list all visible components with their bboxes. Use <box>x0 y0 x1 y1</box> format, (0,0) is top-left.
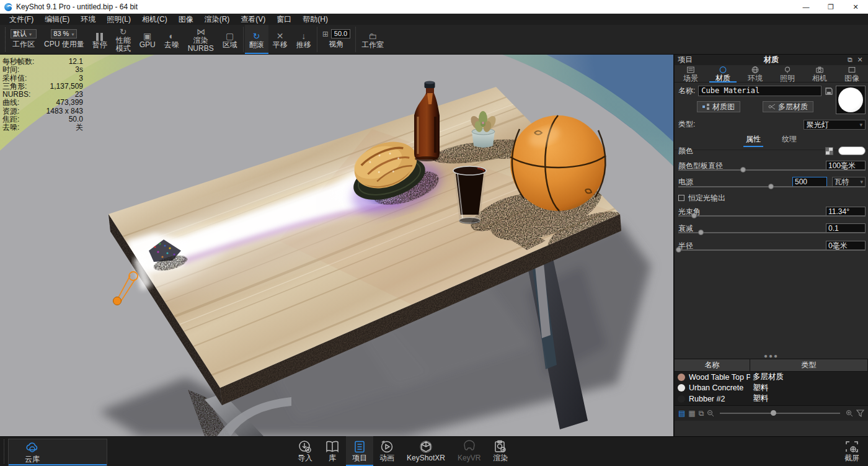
studio-clapper-icon: 🗀 <box>368 30 377 41</box>
constant-light-label: 恒定光输出 <box>688 193 725 204</box>
toolbar-grip[interactable] <box>1 27 6 52</box>
dolly-button[interactable]: ↓ 推移 <box>292 25 316 54</box>
menu-view[interactable]: 查看(V) <box>235 14 271 25</box>
cpu-usage-dropdown[interactable]: 83 % <box>51 29 77 38</box>
close-button[interactable]: ✕ <box>843 0 868 14</box>
material-name-label: 名称: <box>678 86 695 96</box>
grid-view-icon[interactable]: ▦ <box>688 410 695 417</box>
multilayer-icon <box>768 104 776 110</box>
menu-image[interactable]: 图像 <box>173 14 199 25</box>
render-nurbs-button[interactable]: ⋈ 渲染NURBS <box>184 25 218 54</box>
maximize-button[interactable]: ❐ <box>818 0 843 14</box>
type-label: 类型: <box>678 119 695 130</box>
cloud-library-button[interactable]: 云库 <box>8 439 107 466</box>
window-title: KeyShot 9.1 Pro - untitled.bip - 64 bit <box>16 2 138 11</box>
cpu-usage-selector[interactable]: 83 % CPU 使用量 <box>40 25 88 54</box>
fov-value[interactable]: 50.0 <box>331 29 350 38</box>
keyshotxr-cube-icon <box>418 440 433 454</box>
menu-edit[interactable]: 编辑(E) <box>39 14 75 25</box>
menu-file[interactable]: 文件(F) <box>4 14 39 25</box>
material-graph-icon <box>702 104 710 110</box>
denoise-button[interactable]: ◐ 去噪 <box>160 25 184 54</box>
tab-camera[interactable]: 相机 <box>804 65 836 82</box>
menu-window[interactable]: 窗口 <box>271 14 297 25</box>
constant-light-checkbox[interactable] <box>678 195 684 201</box>
basketball[interactable] <box>510 115 606 211</box>
radius-slider[interactable] <box>678 247 866 253</box>
performance-mode-button[interactable]: ↻ 性能模式 <box>112 25 135 54</box>
multilayer-material-button[interactable]: 多层材质 <box>763 101 813 112</box>
toolbar-separator <box>317 27 317 52</box>
zoom-in-icon[interactable] <box>846 410 853 417</box>
material-row[interactable]: Wood Table Top P多层材质 <box>675 372 868 383</box>
material-name-input[interactable]: Cube Material <box>698 86 822 96</box>
studio-button[interactable]: 🗀 工作室 <box>357 25 388 54</box>
menu-render[interactable]: 渲染(R) <box>199 14 236 25</box>
workspace-dropdown[interactable]: 默认 <box>11 29 37 38</box>
main-toolbar: 默认 工作区 83 % CPU 使用量 暂停 ↻ 性能模式 ▣ GPU ◐ 去噪… <box>0 25 868 55</box>
filter-funnel-icon[interactable] <box>856 410 864 417</box>
material-row[interactable]: Rubber #2塑料 <box>675 393 868 405</box>
keyshotxr-button[interactable]: KeyShotXR <box>401 436 451 466</box>
material-preview[interactable] <box>836 86 866 114</box>
panel-float-button[interactable]: ⧉ <box>845 56 855 64</box>
tree-view-icon[interactable]: ⧉ <box>699 410 704 417</box>
viewport-3d-scene[interactable] <box>0 55 673 436</box>
screenshot-button[interactable]: 截屏 <box>838 436 866 466</box>
fov-control[interactable]: ⊞50.0 视角 <box>319 25 354 54</box>
zoom-out-icon[interactable] <box>707 410 714 417</box>
panel-title: 材质 <box>764 55 779 65</box>
render-stats-overlay: 每秒帧数:12.1 时间:3s 采样值:3 三角形:1,137,509 NURB… <box>2 58 83 132</box>
keyvr-headset-icon <box>462 440 477 454</box>
light-type-dropdown[interactable]: 聚光灯 <box>804 120 866 130</box>
color-swatch[interactable] <box>838 146 866 155</box>
pause-button[interactable]: 暂停 <box>88 25 112 54</box>
workspace-label: 工作区 <box>12 39 35 50</box>
toolbar-separator <box>243 27 244 52</box>
material-sphere-icon <box>719 66 727 74</box>
performance-mode-icon: ↻ <box>120 26 127 37</box>
workspace-selector[interactable]: 默认 工作区 <box>7 25 40 54</box>
beam-angle-slider[interactable] <box>678 213 866 219</box>
tab-lighting[interactable]: 照明 <box>771 65 804 82</box>
tumble-button[interactable]: ↻ 翻滚 <box>245 25 268 54</box>
menu-environment[interactable]: 环境 <box>75 14 101 25</box>
power-slider[interactable] <box>678 184 866 190</box>
import-button[interactable]: 导入 <box>291 436 319 466</box>
panel-close-button[interactable]: ✕ <box>855 56 865 64</box>
import-icon <box>298 440 312 454</box>
save-material-icon[interactable] <box>825 87 833 96</box>
pan-button[interactable]: ✕ 平移 <box>268 25 292 54</box>
diameter-slider[interactable] <box>678 167 866 173</box>
region-frame-icon: ▢ <box>226 30 234 41</box>
tab-image[interactable]: 图像 <box>836 65 868 82</box>
color-texture-icon[interactable] <box>825 147 833 155</box>
realtime-viewport[interactable]: 每秒帧数:12.1 时间:3s 采样值:3 三角形:1,137,509 NURB… <box>0 55 673 436</box>
column-header-type[interactable]: 类型 <box>750 359 868 371</box>
gpu-button[interactable]: ▣ GPU <box>135 25 160 54</box>
thumbnail-size-slider[interactable] <box>720 413 840 414</box>
library-button[interactable]: 库 <box>319 436 346 466</box>
menu-lighting[interactable]: 照明(L) <box>101 14 136 25</box>
menu-help[interactable]: 帮助(H) <box>297 14 334 25</box>
ribbon-grip[interactable] <box>1 439 4 464</box>
tab-scene[interactable]: 场景 <box>675 65 707 82</box>
project-button[interactable]: 项目 <box>346 436 373 466</box>
render-button[interactable]: 渲染 <box>487 436 514 466</box>
animation-button[interactable]: 动画 <box>373 436 401 466</box>
keyvr-button[interactable]: KeyVR <box>451 436 487 466</box>
column-header-name[interactable]: 名称 <box>675 359 750 371</box>
falloff-slider[interactable] <box>678 230 866 236</box>
menu-camera[interactable]: 相机(C) <box>136 14 173 25</box>
list-view-icon[interactable]: ▤ <box>678 410 685 417</box>
tab-environment[interactable]: 环境 <box>739 65 771 82</box>
region-button[interactable]: ▢ 区域 <box>218 25 242 54</box>
library-book-icon <box>325 440 340 454</box>
pause-icon <box>96 30 103 41</box>
material-row[interactable]: Urban Concrete塑料 <box>675 383 868 394</box>
screenshot-frame-icon <box>844 440 859 454</box>
minimize-button[interactable]: — <box>794 0 818 14</box>
material-swatch <box>678 374 685 381</box>
material-graph-button[interactable]: 材质图 <box>697 101 740 112</box>
tab-material[interactable]: 材质 <box>707 65 739 82</box>
